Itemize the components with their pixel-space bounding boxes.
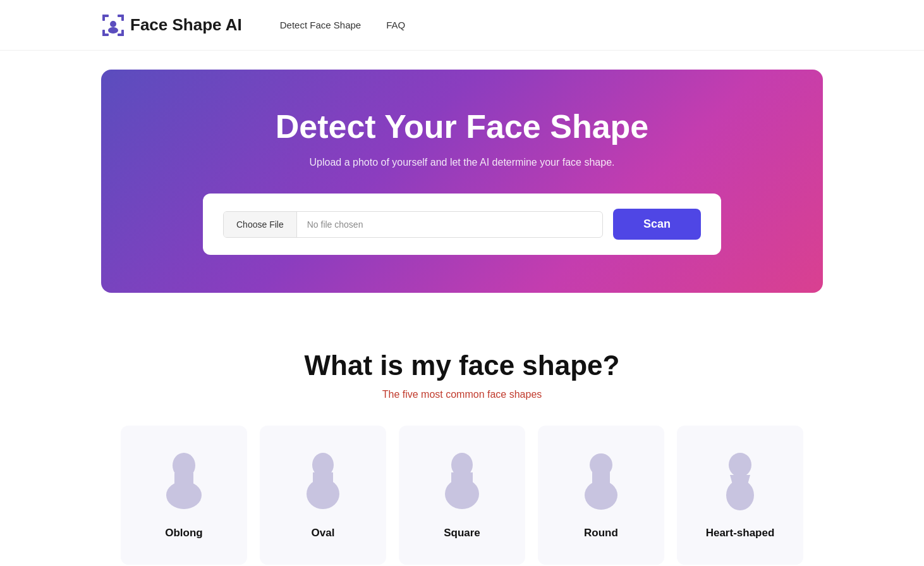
logo-text: Face Shape AI	[130, 15, 242, 35]
svg-point-8	[110, 21, 116, 27]
face-shapes-section: What is my face shape? The five most com…	[0, 312, 924, 566]
face-shape-card-heart[interactable]: Heart-shaped	[677, 426, 803, 565]
oval-icon	[291, 445, 355, 514]
square-icon	[430, 445, 494, 514]
hero-subtitle: Upload a photo of yourself and let the A…	[310, 157, 615, 168]
svg-rect-18	[451, 472, 473, 489]
hero-section: Detect Your Face Shape Upload a photo of…	[101, 70, 823, 293]
oblong-label: Oblong	[165, 527, 202, 539]
scan-button[interactable]: Scan	[613, 209, 701, 240]
logo-icon	[101, 13, 125, 37]
heart-label: Heart-shaped	[706, 527, 775, 539]
face-shape-card-round[interactable]: Round	[538, 426, 664, 565]
upload-container: Choose File No file chosen Scan	[203, 194, 721, 255]
file-input-wrapper: Choose File No file chosen	[223, 211, 603, 238]
svg-point-22	[729, 453, 751, 477]
round-icon	[569, 445, 633, 514]
round-label: Round	[584, 527, 618, 539]
face-shape-card-oblong[interactable]: Oblong	[121, 426, 247, 565]
face-shape-card-square[interactable]: Square	[399, 426, 525, 565]
nav-item-detect[interactable]: Detect Face Shape	[280, 20, 361, 31]
oval-label: Oval	[312, 527, 335, 539]
svg-rect-12	[174, 473, 193, 491]
svg-rect-15	[313, 472, 333, 489]
oblong-icon	[152, 445, 216, 514]
hero-title: Detect Your Face Shape	[276, 108, 649, 145]
file-name-display: No file chosen	[297, 212, 602, 237]
heart-icon	[708, 445, 772, 514]
logo-area: Face Shape AI	[101, 13, 242, 37]
section-subtitle: The five most common face shapes	[101, 389, 823, 400]
svg-rect-5	[102, 30, 105, 36]
svg-rect-3	[121, 15, 124, 21]
face-shape-card-oval[interactable]: Oval	[260, 426, 386, 565]
nav-link-faq[interactable]: FAQ	[386, 20, 405, 30]
navbar: Face Shape AI Detect Face Shape FAQ	[0, 0, 924, 51]
nav-item-faq[interactable]: FAQ	[386, 20, 405, 31]
square-label: Square	[444, 527, 480, 539]
svg-point-9	[108, 27, 118, 34]
section-title: What is my face shape?	[101, 350, 823, 381]
svg-rect-7	[121, 30, 124, 36]
choose-file-button[interactable]: Choose File	[224, 212, 297, 237]
svg-rect-21	[592, 471, 610, 489]
svg-rect-1	[102, 15, 105, 21]
nav-link-detect[interactable]: Detect Face Shape	[280, 20, 361, 30]
face-shapes-grid: Oblong Oval Square	[101, 426, 823, 565]
nav-links: Detect Face Shape FAQ	[280, 20, 405, 31]
